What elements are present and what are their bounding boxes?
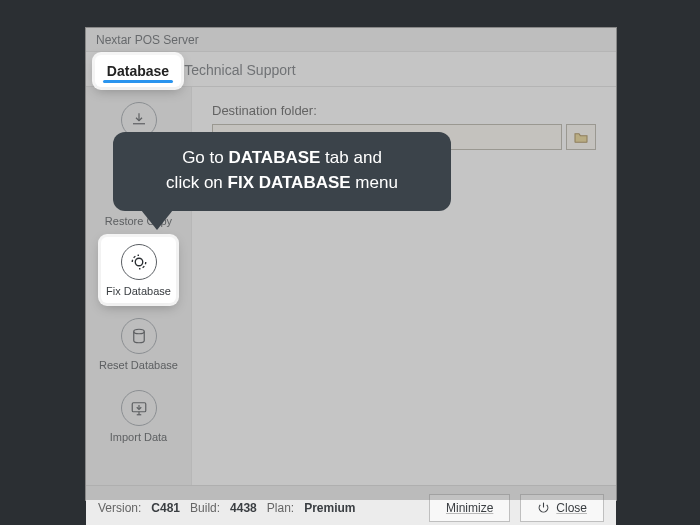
fix-icon xyxy=(121,244,157,280)
plan-label: Plan: xyxy=(267,501,294,515)
instruction-callout: Go to DATABASE tab and click on FIX DATA… xyxy=(113,132,451,211)
sidebar-item-import[interactable]: Import Data xyxy=(86,381,191,453)
svg-point-1 xyxy=(133,329,144,334)
build-value: 4438 xyxy=(230,501,257,515)
callout-arrow xyxy=(141,210,173,230)
callout-bold: FIX DATABASE xyxy=(228,173,351,192)
callout-text: menu xyxy=(351,173,398,192)
callout-text: tab and xyxy=(320,148,381,167)
close-button[interactable]: Close xyxy=(520,494,604,522)
tab-support[interactable]: Technical Support xyxy=(182,58,297,86)
version-label: Version: xyxy=(98,501,141,515)
reset-icon xyxy=(121,318,157,354)
highlight-fix-item: Fix Database xyxy=(101,237,176,303)
callout-text: click on xyxy=(166,173,227,192)
close-label: Close xyxy=(556,501,587,515)
import-icon xyxy=(121,390,157,426)
minimize-label: Minimize xyxy=(446,501,493,515)
callout-text: Go to xyxy=(182,148,228,167)
callout-bold: DATABASE xyxy=(228,148,320,167)
footer: Version: C481 Build: 4438 Plan: Premium … xyxy=(86,485,616,525)
highlight-database-tab: Database xyxy=(95,55,181,87)
svg-point-3 xyxy=(135,258,143,266)
power-icon xyxy=(537,501,550,514)
minimize-button[interactable]: Minimize xyxy=(429,494,510,522)
highlight-fix-label: Fix Database xyxy=(106,285,171,297)
version-value: C481 xyxy=(151,501,180,515)
plan-value: Premium xyxy=(304,501,355,515)
folder-icon xyxy=(573,130,589,144)
sidebar-label: Import Data xyxy=(110,431,167,443)
build-label: Build: xyxy=(190,501,220,515)
dest-label: Destination folder: xyxy=(212,103,596,118)
window-title: Nextar POS Server xyxy=(86,28,616,52)
sidebar-item-reset[interactable]: Reset Database xyxy=(86,309,191,381)
browse-button[interactable] xyxy=(566,124,596,150)
sidebar-label: Reset Database xyxy=(99,359,178,371)
